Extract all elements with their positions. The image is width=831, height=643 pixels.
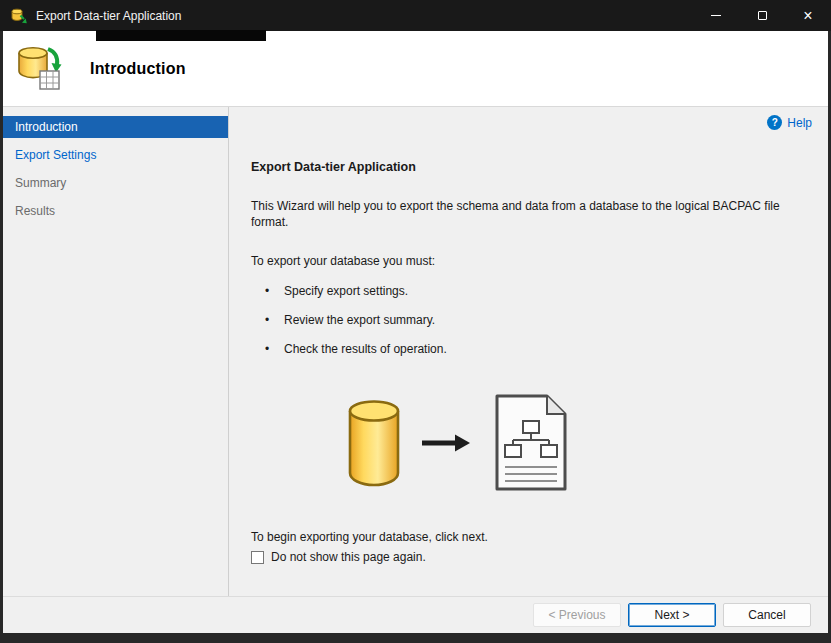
page-title: Introduction (90, 60, 186, 78)
wizard-footer: < Previous Next > Cancel (3, 596, 828, 633)
wizard-frame: Introduction Introduction Export Setting… (3, 31, 828, 633)
help-label: Help (787, 116, 812, 130)
sidebar-item-label: Introduction (15, 120, 78, 134)
close-icon: × (803, 8, 812, 24)
bullet-item: Review the export summary. (265, 313, 808, 327)
close-button[interactable]: × (785, 0, 831, 31)
content-heading: Export Data-tier Application (251, 160, 808, 174)
wizard-header-icon (15, 44, 62, 94)
titlebar: Export Data-tier Application × (0, 0, 831, 31)
minimize-button[interactable] (693, 0, 739, 31)
help-link[interactable]: ? Help (767, 115, 812, 130)
maximize-icon (758, 11, 767, 20)
help-icon: ? (767, 115, 782, 130)
wizard-steps-sidebar: Introduction Export Settings Summary Res… (3, 107, 229, 596)
maximize-button[interactable] (739, 0, 785, 31)
dont-show-checkbox[interactable] (251, 551, 264, 564)
dont-show-label[interactable]: Do not show this page again. (271, 550, 426, 564)
requirements-label: To export your database you must: (251, 254, 808, 268)
dont-show-row: Do not show this page again. (251, 550, 808, 564)
sidebar-item-export-settings[interactable]: Export Settings (3, 144, 228, 166)
window-controls: × (693, 0, 831, 31)
intro-text: This Wizard will help you to export the … (251, 198, 803, 230)
bullet-item: Specify export settings. (265, 284, 808, 298)
next-button[interactable]: Next > (628, 603, 716, 627)
sidebar-item-label: Export Settings (15, 148, 96, 162)
sidebar-item-summary: Summary (3, 172, 228, 194)
wizard-body: Introduction Export Settings Summary Res… (3, 107, 828, 596)
database-cylinder-icon (347, 399, 401, 490)
sidebar-item-results: Results (3, 200, 228, 222)
sidebar-item-label: Summary (15, 176, 66, 190)
window-title: Export Data-tier Application (36, 9, 181, 23)
bullet-item: Check the results of operation. (265, 342, 808, 356)
wizard-header: Introduction (3, 31, 828, 107)
sidebar-item-introduction[interactable]: Introduction (3, 116, 228, 138)
begin-text: To begin exporting your database, click … (251, 530, 808, 544)
sidebar-item-label: Results (15, 204, 55, 218)
right-arrow-icon (421, 432, 471, 457)
cancel-button[interactable]: Cancel (723, 603, 811, 627)
previous-button[interactable]: < Previous (533, 603, 621, 627)
minimize-icon (711, 15, 721, 16)
export-data-tier-wizard-window: Export Data-tier Application × (0, 0, 831, 643)
titlebar-artifact (96, 30, 266, 41)
wizard-content: ? Help Export Data-tier Application This… (229, 107, 828, 596)
requirements-list: Specify export settings. Review the expo… (265, 284, 808, 356)
export-graphic (347, 394, 808, 494)
bacpac-document-icon (491, 394, 569, 494)
app-icon (11, 8, 27, 24)
